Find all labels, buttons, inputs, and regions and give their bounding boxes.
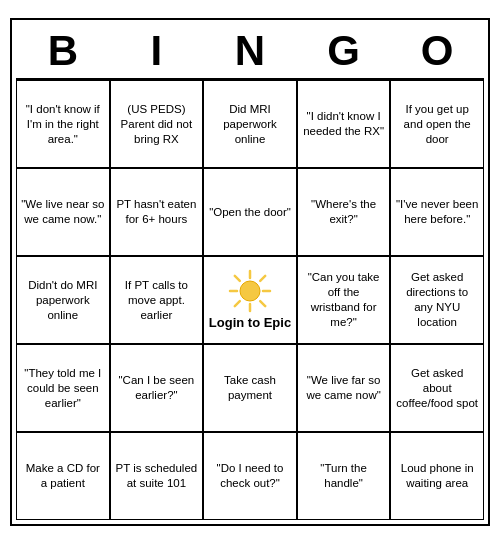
bingo-cell-11: If PT calls to move appt. earlier xyxy=(110,256,204,344)
bingo-grid: "I don't know if I'm in the right area."… xyxy=(16,78,484,520)
svg-point-0 xyxy=(240,281,260,301)
free-space-text: Login to Epic xyxy=(209,315,291,332)
bingo-cell-4: If you get up and open the door xyxy=(390,80,484,168)
svg-line-6 xyxy=(260,301,265,306)
bingo-cell-16: "Can I be seen earlier?" xyxy=(110,344,204,432)
bingo-letter-b: B xyxy=(16,24,110,78)
svg-line-5 xyxy=(235,275,240,280)
cell-text-11: If PT calls to move appt. earlier xyxy=(115,278,199,323)
bingo-cell-7: "Open the door" xyxy=(203,168,297,256)
bingo-cell-5: "We live near so we came now." xyxy=(16,168,110,256)
cell-text-14: Get asked directions to any NYU location xyxy=(395,270,479,330)
cell-text-0: "I don't know if I'm in the right area." xyxy=(21,102,105,147)
bingo-cell-13: "Can you take off the wristband for me?" xyxy=(297,256,391,344)
bingo-cell-9: "I've never been here before." xyxy=(390,168,484,256)
bingo-cell-20: Make a CD for a patient xyxy=(16,432,110,520)
bingo-cell-14: Get asked directions to any NYU location xyxy=(390,256,484,344)
cell-text-23: "Turn the handle" xyxy=(302,461,386,491)
cell-text-13: "Can you take off the wristband for me?" xyxy=(302,270,386,330)
cell-text-15: "They told me I could be seen earlier" xyxy=(21,366,105,411)
bingo-cell-24: Loud phone in waiting area xyxy=(390,432,484,520)
bingo-cell-21: PT is scheduled at suite 101 xyxy=(110,432,204,520)
cell-text-7: "Open the door" xyxy=(209,205,291,220)
cell-text-19: Get asked about coffee/food spot xyxy=(395,366,479,411)
cell-text-10: Didn't do MRI paperwork online xyxy=(21,278,105,323)
cell-text-17: Take cash payment xyxy=(208,373,292,403)
bingo-card: BINGO "I don't know if I'm in the right … xyxy=(10,18,490,526)
cell-text-9: "I've never been here before." xyxy=(395,197,479,227)
bingo-cell-3: "I didn't know I needed the RX" xyxy=(297,80,391,168)
cell-text-5: "We live near so we came now." xyxy=(21,197,105,227)
bingo-cell-22: "Do I need to check out?" xyxy=(203,432,297,520)
bingo-cell-6: PT hasn't eaten for 6+ hours xyxy=(110,168,204,256)
bingo-letter-g: G xyxy=(297,24,391,78)
cell-text-6: PT hasn't eaten for 6+ hours xyxy=(115,197,199,227)
cell-text-18: "We live far so we came now" xyxy=(302,373,386,403)
cell-text-21: PT is scheduled at suite 101 xyxy=(115,461,199,491)
cell-text-24: Loud phone in waiting area xyxy=(395,461,479,491)
cell-text-22: "Do I need to check out?" xyxy=(208,461,292,491)
cell-text-4: If you get up and open the door xyxy=(395,102,479,147)
bingo-header: BINGO xyxy=(16,24,484,78)
bingo-cell-19: Get asked about coffee/food spot xyxy=(390,344,484,432)
bingo-cell-15: "They told me I could be seen earlier" xyxy=(16,344,110,432)
sun-icon xyxy=(228,269,272,313)
bingo-cell-17: Take cash payment xyxy=(203,344,297,432)
bingo-letter-n: N xyxy=(203,24,297,78)
cell-text-20: Make a CD for a patient xyxy=(21,461,105,491)
bingo-cell-23: "Turn the handle" xyxy=(297,432,391,520)
cell-text-1: (US PEDS) Parent did not bring RX xyxy=(115,102,199,147)
free-space: Login to Epic xyxy=(203,256,297,344)
bingo-letter-i: I xyxy=(110,24,204,78)
bingo-letter-o: O xyxy=(390,24,484,78)
cell-text-16: "Can I be seen earlier?" xyxy=(115,373,199,403)
bingo-cell-10: Didn't do MRI paperwork online xyxy=(16,256,110,344)
bingo-cell-2: Did MRI paperwork online xyxy=(203,80,297,168)
bingo-cell-18: "We live far so we came now" xyxy=(297,344,391,432)
cell-text-3: "I didn't know I needed the RX" xyxy=(302,109,386,139)
svg-line-8 xyxy=(235,301,240,306)
bingo-cell-8: "Where's the exit?" xyxy=(297,168,391,256)
cell-text-2: Did MRI paperwork online xyxy=(208,102,292,147)
bingo-cell-0: "I don't know if I'm in the right area." xyxy=(16,80,110,168)
svg-line-7 xyxy=(260,275,265,280)
bingo-cell-1: (US PEDS) Parent did not bring RX xyxy=(110,80,204,168)
cell-text-8: "Where's the exit?" xyxy=(302,197,386,227)
